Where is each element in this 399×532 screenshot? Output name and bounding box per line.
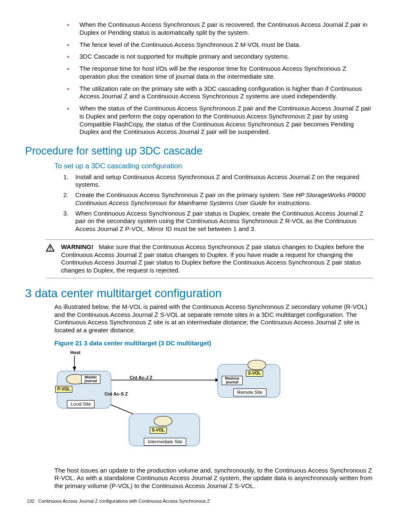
host-label: Host [70, 350, 80, 356]
footer-text: Continuous Access Journal Z configuratio… [38, 499, 210, 504]
svol-remote-cylinder-icon [248, 360, 266, 370]
warning-label: WARNING! [61, 243, 94, 250]
step-text: Create the Continuous Access Synchronous… [75, 191, 296, 198]
svol-remote-label: S-VOL [246, 370, 263, 377]
remote-site-label: Remote Site [233, 388, 266, 397]
list-item: 3DC Cascade is not supported for multipl… [67, 53, 374, 61]
list-item: The fence level of the Continuous Access… [67, 41, 374, 49]
pvol-label: P-VOL [55, 386, 72, 393]
svol-inter-cylinder-icon [154, 416, 172, 426]
warning-icon [46, 244, 56, 254]
list-item: When the status of the Continuous Access… [67, 105, 374, 136]
step-text: for instructions. [267, 199, 311, 206]
page-footer: 132 Continuous Access Journal Z configur… [25, 499, 374, 504]
warning-text: WARNING! Make sure that the Continuous A… [61, 243, 374, 275]
step-item: Install and setup Continuous Access Sync… [70, 173, 374, 189]
section-heading-procedure: Procedure for setting up 3DC cascade [25, 144, 374, 157]
body-paragraph: The host issues an update to the product… [54, 467, 374, 490]
figure-diagram: Host Master journal P-VOL Local Site Cnt… [54, 352, 289, 456]
step-item: When Continuous Access Synchronous Z pai… [70, 210, 374, 233]
list-item: When the Continuous Access Synchronous Z… [67, 21, 374, 37]
step-item: Create the Continuous Access Synchronous… [70, 191, 374, 207]
list-item: The response time for host I/Os will be … [67, 65, 374, 81]
section-heading-multitarget: 3 data center multitarget configuration [25, 286, 374, 301]
bullet-list: When the Continuous Access Synchronous Z… [25, 21, 374, 136]
numbered-steps: Install and setup Continuous Access Sync… [25, 173, 374, 233]
cnt-ac-jz-label: Cnt Ac-J Z [130, 375, 153, 381]
cnt-ac-sz-label: Cnt Ac-S Z [105, 391, 128, 397]
list-item: The utilization rate on the primary site… [67, 85, 374, 101]
figure-caption: Figure 21 3 data center multitarget (3 D… [54, 339, 374, 347]
master-journal-label: Master journal [81, 375, 100, 384]
warning-body: Make sure that the Continuous Access Syn… [61, 243, 364, 274]
intermediate-site-label: Intermediate Site [144, 438, 186, 446]
body-paragraph: As illustrated below, the M-VOL is paire… [54, 303, 374, 334]
warning-block: WARNING! Make sure that the Continuous A… [46, 239, 374, 278]
svol-inter-label: S-VOL [150, 427, 167, 434]
restore-journal-label: Restore journal [222, 376, 243, 385]
subsection-heading-toset: To set up a 3DC cascading configuration [54, 162, 374, 170]
local-site-label: Local Site [67, 400, 95, 409]
page-number: 132 [27, 499, 34, 504]
svg-point-2 [50, 249, 51, 250]
